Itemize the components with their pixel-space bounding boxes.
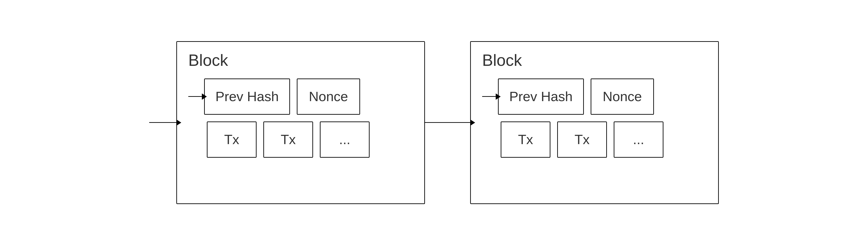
connector-line xyxy=(425,122,470,123)
block-2-tx-2: Tx xyxy=(557,121,607,158)
block-2-tx-3: ... xyxy=(614,121,663,158)
block-1-label: Block xyxy=(188,51,413,69)
block-1-prev-hash: Prev Hash xyxy=(204,79,290,115)
block-2-tx-1: Tx xyxy=(501,121,550,158)
block-1-inner-arrow-head xyxy=(202,93,207,100)
block-1-inner-arrow xyxy=(188,96,202,97)
block-1: Block Prev Hash Nonce Tx Tx xyxy=(176,41,425,204)
block-1-nonce: Nonce xyxy=(297,79,360,115)
block-2-label: Block xyxy=(482,51,707,69)
block-1-tx-2: Tx xyxy=(264,121,313,158)
block-connector xyxy=(425,122,470,123)
blockchain-diagram: Block Prev Hash Nonce Tx Tx xyxy=(149,41,719,204)
block-1-top-row: Prev Hash Nonce xyxy=(188,79,413,115)
block-1-tx-row: Tx Tx ... xyxy=(207,121,413,158)
block-2: Block Prev Hash Nonce Tx Tx xyxy=(470,41,719,204)
block-1-tx-1: Tx xyxy=(207,121,256,158)
block-1-inner-arrow-line xyxy=(188,96,202,97)
block-2-inner-arrow-line xyxy=(482,96,496,97)
left-arrow-line xyxy=(149,122,176,123)
block-1-tx-3: ... xyxy=(320,121,370,158)
block-2-inner-arrow xyxy=(482,96,496,97)
block-2-prev-hash: Prev Hash xyxy=(498,79,584,115)
block-2-inner-arrow-head xyxy=(496,93,501,100)
block-2-top-row: Prev Hash Nonce xyxy=(482,79,707,115)
block-2-nonce: Nonce xyxy=(591,79,654,115)
left-arrow xyxy=(149,122,176,123)
block-2-tx-row: Tx Tx ... xyxy=(501,121,707,158)
